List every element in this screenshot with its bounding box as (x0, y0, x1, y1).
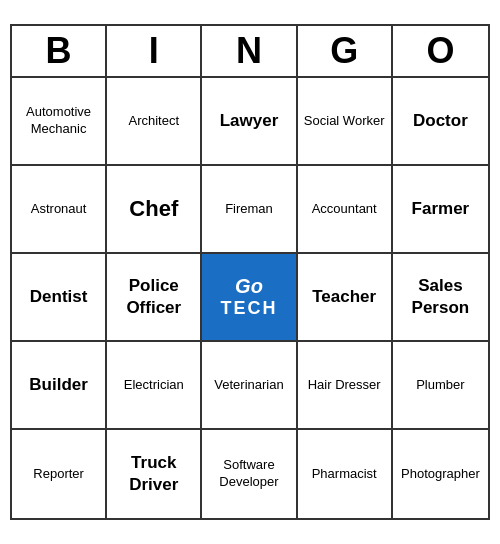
bingo-letter-b: B (12, 26, 107, 76)
bingo-cell-0: Automotive Mechanic (12, 78, 107, 166)
bingo-cell-20: Reporter (12, 430, 107, 518)
bingo-cell-10: Dentist (12, 254, 107, 342)
bingo-cell-21: Truck Driver (107, 430, 202, 518)
bingo-cell-1: Architect (107, 78, 202, 166)
bingo-letter-i: I (107, 26, 202, 76)
bingo-cell-24: Photographer (393, 430, 488, 518)
bingo-cell-11: Police Officer (107, 254, 202, 342)
bingo-cell-14: Sales Person (393, 254, 488, 342)
bingo-letter-g: G (298, 26, 393, 76)
bingo-cell-6: Chef (107, 166, 202, 254)
bingo-cell-7: Fireman (202, 166, 297, 254)
bingo-cell-19: Plumber (393, 342, 488, 430)
bingo-cell-15: Builder (12, 342, 107, 430)
bingo-cell-9: Farmer (393, 166, 488, 254)
bingo-cell-12: GoTECH (202, 254, 297, 342)
bingo-cell-2: Lawyer (202, 78, 297, 166)
bingo-cell-17: Veterinarian (202, 342, 297, 430)
bingo-cell-18: Hair Dresser (298, 342, 393, 430)
bingo-cell-16: Electrician (107, 342, 202, 430)
bingo-letter-o: O (393, 26, 488, 76)
bingo-grid: Automotive MechanicArchitectLawyerSocial… (12, 78, 488, 518)
bingo-cell-13: Teacher (298, 254, 393, 342)
bingo-cell-5: Astronaut (12, 166, 107, 254)
bingo-cell-22: Software Developer (202, 430, 297, 518)
bingo-letter-n: N (202, 26, 297, 76)
bingo-card: BINGO Automotive MechanicArchitectLawyer… (10, 24, 490, 520)
bingo-cell-4: Doctor (393, 78, 488, 166)
bingo-cell-8: Accountant (298, 166, 393, 254)
bingo-header: BINGO (12, 26, 488, 78)
bingo-cell-23: Pharmacist (298, 430, 393, 518)
bingo-cell-3: Social Worker (298, 78, 393, 166)
